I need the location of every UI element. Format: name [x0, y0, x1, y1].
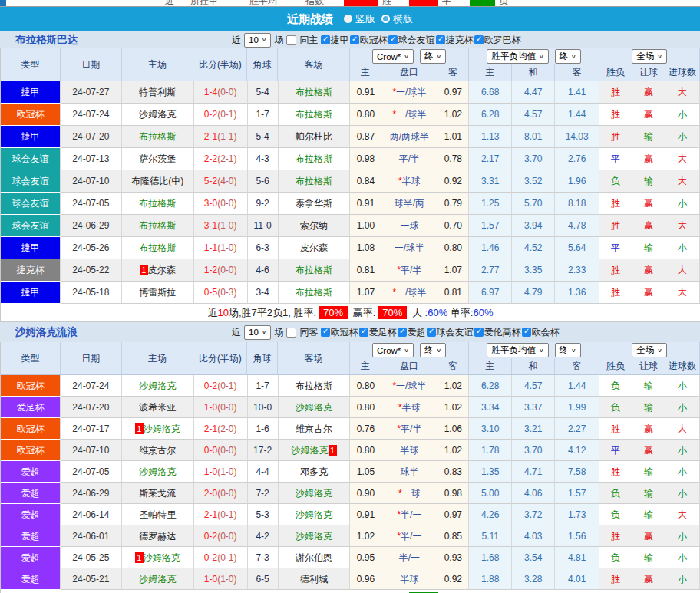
avg-time-select[interactable]: 终∨ [555, 343, 581, 357]
league-checkbox[interactable] [398, 328, 407, 337]
away-team[interactable]: 维京古尔 [279, 418, 351, 440]
away-team[interactable]: 布拉格斯 [279, 148, 351, 170]
home-team[interactable]: 布拉格斯 [122, 237, 194, 259]
corner-score: 6-5 [248, 568, 279, 590]
league-checkbox[interactable] [427, 328, 436, 337]
table-header: 类型 日期 主场 比分(半场) 角球 客场 Crow*∨ 终∨ 主 盘口 客 [1, 342, 700, 375]
home-team[interactable]: 博雷斯拉 [122, 282, 194, 304]
home-team[interactable]: 1沙姆洛克 [122, 418, 194, 440]
away-team[interactable]: 谢尔伯恩 [279, 547, 351, 568]
away-team[interactable]: 沙姆洛克 [279, 504, 351, 525]
type-badge: 捷甲 [1, 81, 61, 104]
home-team[interactable]: 维京古尔 [122, 440, 194, 461]
league-checkbox[interactable] [321, 328, 330, 337]
away-team[interactable]: 布拉格斯 [279, 282, 351, 304]
away-team[interactable]: 布拉格斯 [279, 259, 351, 282]
home-team[interactable]: 布拉格斯 [122, 193, 194, 215]
away-team[interactable]: 皮尔森 [279, 237, 351, 259]
away-team[interactable]: 布拉格斯 [279, 81, 351, 104]
goals-total: 大 [665, 215, 700, 237]
corner-score: 9-2 [248, 193, 279, 215]
league-checkbox[interactable] [359, 328, 368, 337]
type-badge: 欧冠杯 [1, 440, 61, 461]
avg-type-select[interactable]: 胜平负均值∨ [487, 343, 548, 357]
layout-radio-label-1[interactable]: 横版 [393, 13, 413, 25]
period-select[interactable]: 全场∨ [632, 49, 667, 64]
away-team[interactable]: 沙姆洛克 [279, 525, 351, 547]
score: 2-0(0-0) [194, 483, 248, 504]
type-badge: 捷甲 [1, 237, 61, 259]
score: 3-0(0-0) [194, 193, 248, 215]
home-team[interactable]: 斯莱戈流 [122, 483, 194, 504]
league-checkbox[interactable] [474, 35, 484, 44]
avg-time-select[interactable]: 终∨ [555, 49, 581, 64]
home-team[interactable]: 波希米亚 [122, 397, 194, 418]
avg-draw: 4.03 [512, 525, 555, 547]
home-team[interactable]: 1沙姆洛克 [122, 547, 194, 568]
handicap: *半球 [381, 397, 438, 418]
games-count-select[interactable]: 10∨ [244, 33, 271, 48]
home-team[interactable]: 布拉格斯 [122, 215, 194, 237]
corner-score: 7-3 [248, 547, 279, 568]
avg-draw: 4.57 [512, 104, 555, 126]
odds-time-select[interactable]: 终∨ [420, 343, 446, 357]
result: 胜 [599, 461, 632, 483]
home-team[interactable]: 沙姆洛克 [122, 461, 194, 483]
odds-source-select[interactable]: Crow*∨ [372, 343, 414, 357]
avg-home: 1.35 [469, 461, 512, 483]
layout-radio-0[interactable] [344, 15, 352, 23]
type-badge: 欧冠杯 [1, 418, 61, 440]
home-team[interactable]: 德罗赫达 [122, 525, 194, 547]
away-team[interactable]: 索尔纳 [279, 215, 351, 237]
red-card-badge: 1 [329, 445, 337, 456]
away-team[interactable]: 沙姆洛克1 [279, 440, 351, 461]
league-checkbox[interactable] [436, 35, 445, 44]
away-team[interactable]: 沙姆洛克 [279, 397, 351, 418]
league-checkbox[interactable] [474, 328, 484, 337]
same-venue-checkbox[interactable] [286, 35, 296, 45]
goals-total: 大 [665, 81, 700, 104]
goals-total: 小 [665, 440, 700, 461]
home-team[interactable]: 特普利斯 [122, 81, 194, 104]
away-team[interactable]: 沙姆洛克 [279, 483, 351, 504]
type-badge: 捷甲 [1, 282, 61, 304]
table-row: 爱超24-05-251沙姆洛克0-2(0-1)7-3谢尔伯恩0.95半/一0.9… [1, 547, 700, 568]
home-team[interactable]: 沙姆洛克 [122, 568, 194, 590]
layout-radio-1[interactable] [381, 15, 390, 23]
odds-time-select[interactable]: 终∨ [420, 49, 446, 64]
home-team[interactable]: 布拉格斯 [122, 126, 194, 148]
home-team[interactable]: 沙姆洛克 [122, 375, 194, 397]
home-team[interactable]: 沙姆洛克 [122, 104, 194, 126]
odds-home: 1.02 [350, 525, 381, 547]
away-team[interactable]: 德利城 [279, 568, 351, 590]
away-team[interactable]: 布拉格斯 [279, 104, 351, 126]
league-checkbox[interactable] [388, 35, 398, 44]
goals-total: 小 [665, 126, 700, 148]
away-team[interactable]: 布拉格斯 [279, 170, 351, 193]
away-team[interactable]: 布拉格斯 [279, 375, 351, 397]
league-label: 欧冠杯 [359, 35, 387, 45]
summary-segment: 单率: [447, 307, 473, 318]
odds-source-select[interactable]: Crow*∨ [372, 49, 414, 64]
league-checkbox[interactable] [522, 328, 531, 337]
away-team[interactable]: 帕尔杜比 [279, 126, 351, 148]
same-venue-checkbox[interactable] [286, 328, 296, 338]
avg-away: 4.81 [555, 547, 599, 568]
odds-away: 0.78 [438, 148, 469, 170]
games-count-select[interactable]: 10∨ [244, 325, 271, 340]
period-select[interactable]: 全场∨ [632, 343, 667, 357]
home-team[interactable]: 1皮尔森 [122, 259, 194, 282]
home-team[interactable]: 圣帕特里 [122, 504, 194, 525]
handicap: *一/球半 [381, 104, 438, 126]
league-checkbox[interactable] [350, 35, 359, 44]
league-checkbox[interactable] [321, 35, 330, 44]
home-team[interactable]: 布隆德比(中) [122, 170, 194, 193]
avg-type-select[interactable]: 胜平负均值∨ [487, 49, 548, 64]
away-team[interactable]: 邓多克 [279, 461, 351, 483]
score: 1-1(1-0) [194, 237, 248, 259]
home-team[interactable]: 萨尔茨堡 [122, 148, 194, 170]
col-avg-home: 主 [469, 358, 512, 374]
layout-radio-label-0[interactable]: 竖版 [355, 13, 375, 25]
away-team[interactable]: 泰拿华斯 [279, 193, 351, 215]
table-body: 捷甲24-07-27特普利斯1-4(0-0)5-4布拉格斯0.91*一/球半0.… [1, 81, 700, 304]
